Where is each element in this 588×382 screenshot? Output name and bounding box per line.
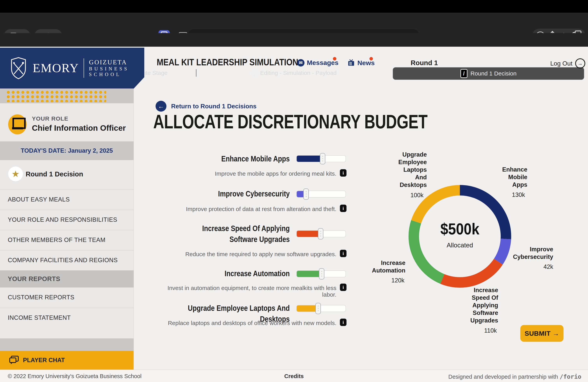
logo-school-line1: GOIZUETA xyxy=(89,59,129,66)
player-chat-button[interactable]: PLAYER CHAT xyxy=(0,351,134,370)
credits-link[interactable]: Credits xyxy=(265,373,323,380)
news-notification-dot xyxy=(369,57,373,61)
slider-handle[interactable] xyxy=(320,153,325,164)
tab-title: Editing - Simulation - Payload xyxy=(260,70,337,76)
back-arrow-icon: ← xyxy=(158,103,164,110)
envelope-icon: ✉ xyxy=(297,59,304,66)
info-icon[interactable]: i xyxy=(340,284,346,291)
nav-label: OTHER MEMBERS OF THE TEAM xyxy=(8,236,105,244)
player-chat-label: PLAYER CHAT xyxy=(23,357,65,364)
dot-pattern xyxy=(6,90,106,102)
slider-label-enhance-mobile-apps: Enhance Mobile Apps xyxy=(174,153,290,164)
slider-label-increase-automation: Increase Automation xyxy=(174,268,290,279)
tv-icon xyxy=(347,59,355,67)
emory-shield-icon xyxy=(10,57,27,79)
nav-label: YOUR ROLE AND RESPONSIBILITIES xyxy=(8,216,117,223)
logout-label: Log Out xyxy=(550,60,572,67)
slider-label-software-upgrades: Increase Speed Of Applying Software Upgr… xyxy=(174,223,290,245)
slider-increase-automation[interactable] xyxy=(296,270,346,277)
sidebar: YOUR ROLE Chief Information Officer TODA… xyxy=(0,88,134,351)
logout-arrow-icon: → xyxy=(575,58,585,68)
donut-label-enhance-mobile-apps: Enhance Mobile Apps xyxy=(469,166,527,189)
sidebar-item-other-members[interactable]: OTHER MEMBERS OF THE TEAM xyxy=(0,230,134,250)
info-icon[interactable]: i xyxy=(340,169,346,177)
sidebar-item-your-role[interactable]: YOUR ROLE AND RESPONSIBILITIES xyxy=(0,210,134,230)
role-card: YOUR ROLE Chief Information Officer xyxy=(0,103,134,141)
nav-label: COMPANY FACILITIES AND REGIONS xyxy=(8,257,118,264)
logout-button[interactable]: Log Out → xyxy=(550,58,585,68)
donut-value: 100k xyxy=(365,192,423,199)
footer: © 2022 Emory University's Goizueta Busin… xyxy=(0,370,588,382)
screen: ‹ › forio.com ↻ ↓ + N (9+) Website Pages… xyxy=(0,0,588,382)
slider-software-upgrades[interactable] xyxy=(296,230,346,237)
slider-handle[interactable] xyxy=(319,268,324,279)
sidebar-item-about-easy-meals[interactable]: ABOUT EASY MEALS xyxy=(0,190,134,209)
info-icon[interactable]: i xyxy=(340,318,346,326)
slider-handle[interactable] xyxy=(303,189,309,200)
tab-editing-simulation[interactable]: Editing - Simulation - Payload xyxy=(196,66,392,80)
sidebar-section-your-reports: YOUR REPORTS xyxy=(0,270,134,287)
slider-description: Replace laptops and desktops of office w… xyxy=(154,320,336,326)
nav-label: CUSTOMER REPORTS xyxy=(8,294,74,301)
sidebar-item-company-facilities[interactable]: COMPANY FACILITIES AND REGIONS xyxy=(0,250,134,270)
payload-icon xyxy=(251,69,257,76)
simulation-title: MEAL KIT LEADERSHIP SIMULATION xyxy=(157,57,298,67)
slider-enhance-mobile-apps[interactable] xyxy=(296,155,346,162)
slider-description: Reduce the time required to apply new so… xyxy=(154,251,336,257)
info-icon[interactable]: i xyxy=(340,205,346,212)
sidebar-item-customer-reports[interactable]: CUSTOMER REPORTS xyxy=(0,287,134,307)
logo-divider xyxy=(84,58,84,78)
slider-label-improve-cybersecurity: Improve Cybersecurity xyxy=(174,188,290,199)
messages-button[interactable]: ✉ Messages xyxy=(297,59,338,66)
donut-value: 110k xyxy=(439,327,497,334)
nav-label: INCOME STATEMENT xyxy=(8,314,71,321)
chat-icon xyxy=(9,356,19,365)
emory-logo: EMORY GOIZUETA BUSINESS SCHOOL xyxy=(0,48,144,88)
sidebar-item-income-statement[interactable]: INCOME STATEMENT xyxy=(0,308,134,328)
forio-favicon: / xyxy=(461,69,467,78)
slider-description: Invest in automation equipment, to creat… xyxy=(154,285,336,298)
slider-handle[interactable] xyxy=(318,228,323,239)
slider-description: Improve protection of data at rest from … xyxy=(154,206,336,212)
role-title: Chief Information Officer xyxy=(32,124,126,133)
nav-label: ABOUT EASY MEALS xyxy=(8,196,70,203)
section-label: YOUR REPORTS xyxy=(8,275,60,283)
monitor-base xyxy=(12,127,23,129)
info-icon[interactable]: i xyxy=(340,250,346,257)
page-title: ALLOCATE DISCRETIONARY BUDGET xyxy=(153,110,427,133)
donut-total: $500k xyxy=(426,220,494,238)
slider-fill xyxy=(297,231,321,237)
sidebar-item-round-1-decision[interactable]: ★ Round 1 Decision xyxy=(0,160,134,189)
tab-strip: N (9+) Website Pages Content | Website S… xyxy=(0,33,588,47)
donut-label-increase-automation: Increase Automation xyxy=(347,259,405,274)
logo-school-line3: SCHOOL xyxy=(89,72,129,77)
slider-fill xyxy=(297,305,318,312)
slider-handle[interactable] xyxy=(315,303,321,314)
copyright-text: © 2022 Emory University's Goizueta Busin… xyxy=(8,373,142,380)
slider-improve-cybersecurity[interactable] xyxy=(296,191,346,198)
decision-label: Round 1 Decision xyxy=(26,170,83,178)
donut-label-upgrade-laptops: Upgrade Employee Laptops And Desktops xyxy=(368,151,427,189)
partnership-text: Designed and developed in partnership wi… xyxy=(448,373,581,380)
slider-upgrade-laptops[interactable] xyxy=(296,305,346,312)
return-link[interactable]: Return to Round 1 Decisions xyxy=(171,103,256,110)
sidebar-spacer xyxy=(0,339,134,351)
donut-value: 130k xyxy=(467,191,525,198)
donut-label-improve-cybersecurity: Improve Cybersecurity xyxy=(495,245,553,261)
slider-description: Improve the mobile apps for ordering mea… xyxy=(154,170,336,177)
donut-value: 42k xyxy=(495,263,553,270)
todays-date: TODAY'S DATE: January 2, 2025 xyxy=(0,141,134,160)
sidebar-dots-band xyxy=(0,88,134,103)
submit-label: SUBMIT → xyxy=(525,330,559,337)
logo-school-line2: BUSINESS xyxy=(89,66,129,72)
slider-fill xyxy=(297,156,323,162)
browser-toolbar: ‹ › forio.com ↻ ↓ + xyxy=(0,13,588,33)
donut-label-software-upgrades: Increase Speed Of Applying Software Upgr… xyxy=(440,286,498,324)
back-arrow-button[interactable]: ← xyxy=(156,101,167,112)
tab-round-1-decision-active[interactable]: / Round 1 Decision xyxy=(393,67,584,80)
submit-button[interactable]: SUBMIT → xyxy=(520,325,564,342)
round-indicator: Round 1 xyxy=(411,59,438,67)
donut-value: 120k xyxy=(346,277,404,284)
tab-title: Round 1 Decision xyxy=(471,70,517,77)
messages-notification-dot xyxy=(333,57,336,61)
